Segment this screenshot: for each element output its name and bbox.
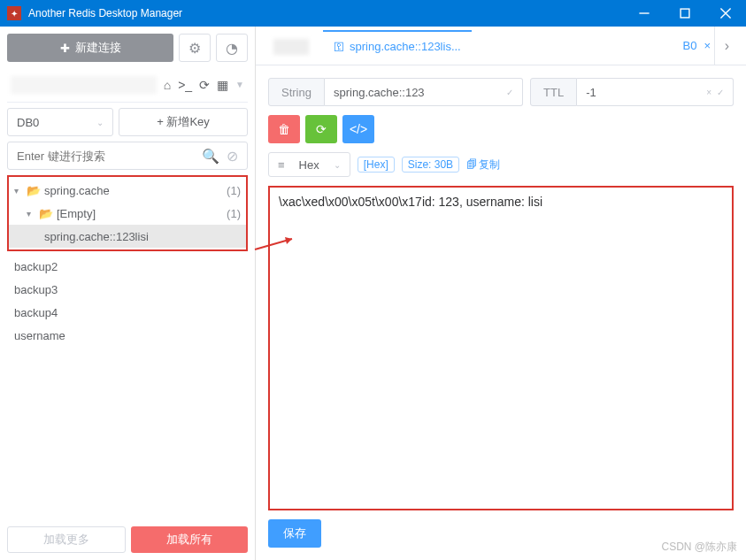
titlebar: ✦ Another Redis Desktop Manager [0,0,746,27]
key-name-value: spring.cache::123 [334,86,425,99]
highlight-box: ▾ 📂 spring.cache (1) ▾ 📂 [Empty] (1) spr… [7,175,248,251]
maximize-icon [679,7,691,19]
maximize-button[interactable] [665,0,705,27]
ttl-value: -1 [586,86,596,99]
content-area: ⚿ spring.cache::123lis... B0 × › String … [256,27,746,560]
tree-label: spring.cache::123lisi [44,230,241,243]
tree-count: (1) [227,207,241,220]
minimize-button[interactable] [624,0,665,27]
window-title: Another Redis Desktop Manager [28,7,624,19]
ttl-input[interactable]: -1 × ✓ [577,78,734,106]
plus-circle-icon: ✚ [60,42,70,55]
new-connection-button[interactable]: ✚ 新建连接 [7,34,173,62]
terminal-icon[interactable]: >_ [178,78,192,92]
app-logo-icon: ✦ [7,6,21,20]
format-select[interactable]: ≡ Hex ⌄ [268,152,350,177]
blur-icon [273,39,309,55]
caret-down-icon: ▾ [14,186,27,196]
search-box[interactable]: 🔍 ⊘ [7,142,248,170]
load-all-button[interactable]: 加载所有 [131,526,248,553]
search-input[interactable] [17,150,202,163]
format-value: Hex [299,158,319,172]
tab-label: spring.cache::123lis... [350,40,461,53]
caret-down-icon: ▾ [27,209,39,219]
watermark: CSDN @陈亦康 [661,540,737,555]
db-label: DB0 [17,116,39,129]
hex-pill: [Hex] [358,157,395,173]
key-type-box: String [268,78,325,106]
search-icon[interactable]: 🔍 [202,148,219,165]
delete-button[interactable]: 🗑 [268,115,300,143]
tab-end-label: B0 [683,39,697,52]
svg-rect-1 [681,9,689,18]
folder-open-icon: 📂 [27,184,41,197]
tree-key[interactable]: username [7,324,248,347]
folder-open-icon: 📂 [39,207,53,220]
save-button[interactable]: 保存 [268,519,321,548]
home-icon[interactable]: ⌂ [164,78,171,92]
clock-icon: ◔ [226,40,238,57]
tab-key[interactable]: ⚿ spring.cache::123lis... [323,30,472,62]
tree-key[interactable]: backup2 [7,255,248,278]
key-icon: ⚿ [334,41,344,53]
key-tree: ▾ 📂 spring.cache (1) ▾ 📂 [Empty] (1) spr… [7,175,248,521]
tree-key-leaf[interactable]: spring.cache::123lisi [9,225,246,248]
clear-icon[interactable]: ⊘ [227,148,238,165]
log-button[interactable]: ◔ [216,34,248,62]
ttl-label: TTL [530,78,577,106]
refresh-icon: ⟳ [316,122,327,136]
add-key-button[interactable]: + 新增Key [119,108,248,136]
copy-label: 复制 [479,157,500,173]
tree-key[interactable]: backup3 [7,278,248,301]
code-button[interactable]: </> [342,115,374,143]
tab-home[interactable] [263,30,319,62]
connection-header: ⌂ >_ ⟳ ▦ ▼ [7,67,248,103]
close-icon [719,7,732,19]
close-button[interactable] [705,0,746,27]
check-icon[interactable]: ✓ [717,88,724,97]
size-pill: Size: 30B [402,157,459,173]
new-connection-label: 新建连接 [75,40,121,56]
clear-icon[interactable]: × [706,88,711,97]
key-name-input[interactable]: spring.cache::123 ✓ [325,78,523,106]
grid-icon[interactable]: ▦ [217,78,228,92]
list-icon: ≡ [278,158,285,172]
copy-button[interactable]: 🗐 复制 [466,157,500,173]
tree-label: [Empty] [57,207,227,220]
tab-close-icon[interactable]: × [704,39,711,52]
value-textarea[interactable] [268,186,734,510]
trash-icon: 🗑 [278,122,290,136]
sidebar: ✚ 新建连接 ⚙ ◔ ⌂ >_ ⟳ ▦ ▼ DB0 ⌄ + 新增Key 🔍 [0,27,256,560]
tree-count: (1) [227,184,241,197]
tree-label: spring.cache [44,184,227,197]
tree-folder-child[interactable]: ▾ 📂 [Empty] (1) [9,202,246,225]
minimize-icon [638,7,650,19]
tab-bar: ⚿ spring.cache::123lis... B0 × › [256,27,746,65]
connection-name-blur [11,76,157,94]
tree-key[interactable]: backup4 [7,301,248,324]
load-more-button[interactable]: 加载更多 [7,526,126,553]
tree-folder-root[interactable]: ▾ 📂 spring.cache (1) [9,179,246,202]
settings-button[interactable]: ⚙ [179,34,211,62]
check-icon[interactable]: ✓ [506,88,513,97]
copy-icon: 🗐 [466,158,477,171]
db-select[interactable]: DB0 ⌄ [7,108,113,136]
chevron-down-icon[interactable]: ▼ [235,80,244,89]
refresh-icon[interactable]: ⟳ [199,78,210,92]
chevron-down-icon: ⌄ [96,118,104,127]
refresh-button[interactable]: ⟳ [305,115,337,143]
chevron-down-icon: ⌄ [334,160,341,170]
gear-icon: ⚙ [188,40,201,57]
tab-scroll-right[interactable]: › [714,27,739,65]
code-icon: </> [350,122,367,136]
